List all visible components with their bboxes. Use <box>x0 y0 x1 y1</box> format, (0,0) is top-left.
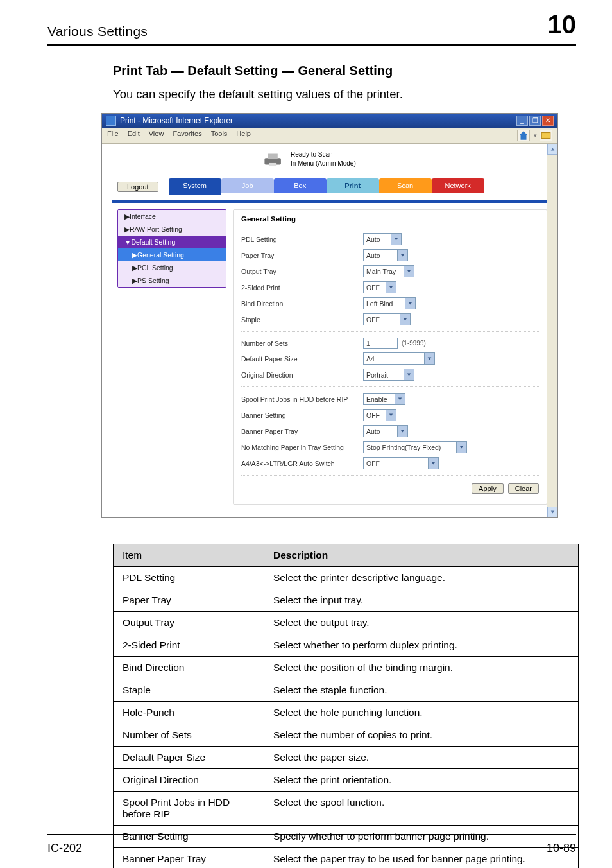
select-banner-paper-tray[interactable]: Auto <box>363 425 408 437</box>
select-paper-tray[interactable]: Auto <box>363 249 408 261</box>
select-default-paper-size[interactable]: A4 <box>363 352 435 365</box>
sidebar: ▶Interface ▶RAW Port Setting ▼Default Se… <box>117 209 226 288</box>
sidebar-item-pcl-setting[interactable]: ▶PCL Setting <box>118 261 226 274</box>
ie-window-title: Print - Microsoft Internet Explorer <box>120 116 233 125</box>
chevron-down-icon <box>425 352 435 365</box>
col-header-description: Description <box>264 544 579 567</box>
scroll-down-icon[interactable] <box>547 507 557 517</box>
select-no-matching-paper[interactable]: Stop Printing(Tray Fixed) <box>363 441 467 453</box>
running-head: Various Settings <box>47 24 148 39</box>
menu-help[interactable]: Help <box>236 130 251 141</box>
table-row: Original DirectionSelect the print orien… <box>114 769 579 792</box>
menu-view[interactable]: View <box>149 130 164 141</box>
sidebar-item-general-setting[interactable]: ▶General Setting <box>118 248 226 261</box>
divider <box>241 331 539 332</box>
footer-rule <box>47 834 576 835</box>
cell-item: Staple <box>114 679 264 702</box>
label-banner-setting: Banner Setting <box>241 412 363 419</box>
chevron-down-icon <box>405 297 416 309</box>
chevron-down-icon <box>391 233 402 245</box>
chevron-down-icon <box>398 425 408 437</box>
section-subtitle: Print Tab — Default Setting — General Se… <box>113 64 576 78</box>
sidebar-item-ps-setting[interactable]: ▶PS Setting <box>118 274 226 287</box>
sidebar-item-interface[interactable]: ▶Interface <box>118 210 226 223</box>
select-staple[interactable]: OFF <box>363 313 411 326</box>
col-header-item: Item <box>114 544 264 567</box>
toolbar-home-icon[interactable] <box>517 130 530 141</box>
select-output-tray[interactable]: Main Tray <box>363 265 414 277</box>
select-banner-setting[interactable]: OFF <box>363 409 396 421</box>
tab-network[interactable]: Network <box>432 178 484 193</box>
ie-titlebar: Print - Microsoft Internet Explorer _ ❐ … <box>102 114 557 128</box>
table-row: Hole-PunchSelect the hole punching funct… <box>114 702 579 724</box>
select-spool[interactable]: Enable <box>363 393 405 405</box>
menu-file[interactable]: File <box>107 130 119 141</box>
cell-desc: Select the print orientation. <box>264 769 579 792</box>
chevron-down-icon <box>386 409 396 421</box>
tab-job[interactable]: Job <box>221 178 274 193</box>
select-a4a3-auto-switch[interactable]: OFF <box>363 457 439 469</box>
cell-desc: Select the number of copies to print. <box>264 724 579 747</box>
chevron-down-icon <box>429 457 439 469</box>
svg-rect-3 <box>269 163 276 166</box>
toolbar-links-icon[interactable] <box>540 130 552 141</box>
range-number-of-sets: (1-9999) <box>402 340 426 347</box>
cell-item: Spool Print Jobs in HDD before RIP <box>114 792 264 826</box>
table-row: Paper TraySelect the input tray. <box>114 589 579 612</box>
footer-right: 10-89 <box>547 842 576 855</box>
clear-button[interactable]: Clear <box>508 483 539 494</box>
tab-system[interactable]: System <box>169 178 221 195</box>
menu-edit[interactable]: Edit <box>128 130 140 141</box>
svg-rect-2 <box>268 154 278 160</box>
sidebar-item-default-setting[interactable]: ▼Default Setting <box>118 236 226 248</box>
cell-item: 2-Sided Print <box>114 634 264 657</box>
chevron-down-icon <box>404 265 414 277</box>
close-button[interactable]: ✕ <box>542 116 554 126</box>
cell-desc: Select the position of the binding margi… <box>264 657 579 679</box>
label-bind-direction: Bind Direction <box>241 300 363 308</box>
select-original-direction[interactable]: Portrait <box>363 369 414 381</box>
chevron-down-icon <box>404 369 414 381</box>
input-number-of-sets[interactable]: 1 <box>363 338 398 349</box>
tab-scan[interactable]: Scan <box>379 178 432 193</box>
divider <box>241 386 539 387</box>
printer-status-icon <box>262 150 284 168</box>
cell-desc: Select the paper size. <box>264 747 579 769</box>
tab-underline <box>112 200 547 203</box>
table-row: Default Paper SizeSelect the paper size. <box>114 747 579 769</box>
chapter-number: 10 <box>548 10 577 39</box>
ie-app-icon <box>106 116 116 126</box>
tab-box[interactable]: Box <box>274 178 327 193</box>
toolbar-dropdown-caret-icon[interactable]: ▾ <box>534 132 537 139</box>
menu-tools[interactable]: Tools <box>211 130 228 141</box>
chevron-down-icon <box>398 249 408 261</box>
divider <box>241 475 539 476</box>
cell-desc: Select the staple function. <box>264 679 579 702</box>
cell-item: Default Paper Size <box>114 747 264 769</box>
settings-panel-title: General Setting <box>241 215 539 227</box>
sidebar-item-raw-port[interactable]: ▶RAW Port Setting <box>118 223 226 236</box>
tab-print[interactable]: Print <box>327 178 379 193</box>
table-row: Number of SetsSelect the number of copie… <box>114 724 579 747</box>
cell-desc: Select the printer descriptive language. <box>264 567 579 589</box>
cell-item: PDL Setting <box>114 567 264 589</box>
label-default-paper-size: Default Paper Size <box>241 355 363 363</box>
menu-favorites[interactable]: Favorites <box>173 130 201 141</box>
scroll-up-icon[interactable] <box>547 144 557 155</box>
logout-button[interactable]: Logout <box>117 182 158 192</box>
select-bind-direction[interactable]: Left Bind <box>363 297 416 309</box>
cell-item: Bind Direction <box>114 657 264 679</box>
select-2-sided[interactable]: OFF <box>363 281 396 293</box>
label-a4a3-auto-switch: A4/A3<->LTR/LGR Auto Switch <box>241 460 363 467</box>
table-row: StapleSelect the staple function. <box>114 679 579 702</box>
chevron-down-icon <box>400 313 411 326</box>
scrollbar[interactable] <box>547 144 557 517</box>
select-pdl-setting[interactable]: Auto <box>363 233 402 245</box>
minimize-button[interactable]: _ <box>516 116 528 126</box>
cell-item: Paper Tray <box>114 589 264 612</box>
label-number-of-sets: Number of Sets <box>241 340 363 347</box>
maximize-button[interactable]: ❐ <box>529 116 541 126</box>
chevron-down-icon <box>457 441 467 453</box>
apply-button[interactable]: Apply <box>472 483 504 494</box>
table-row: Spool Print Jobs in HDD before RIPSelect… <box>114 792 579 826</box>
